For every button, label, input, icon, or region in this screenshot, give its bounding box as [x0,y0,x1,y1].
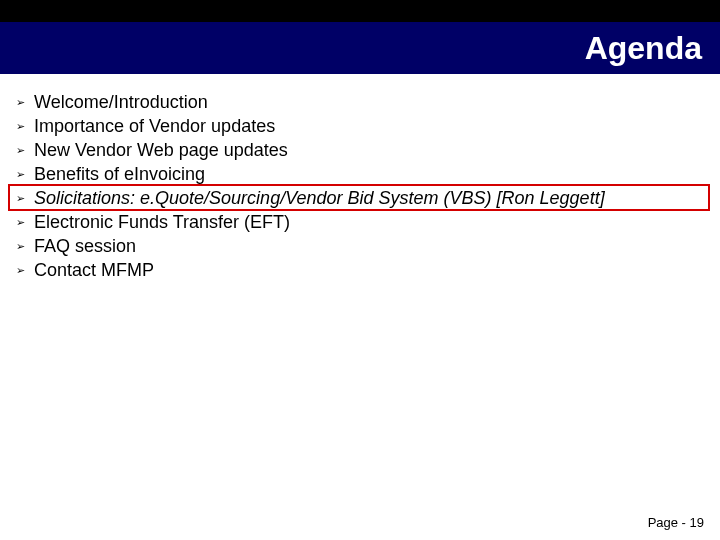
title-bar: Agenda [0,22,720,74]
bullet-text: New Vendor Web page updates [34,140,288,161]
list-item: ➢ Contact MFMP [14,258,706,282]
bullet-text: Contact MFMP [34,260,154,281]
list-item: ➢ Welcome/Introduction [14,90,706,114]
chevron-right-icon: ➢ [14,240,34,253]
chevron-right-icon: ➢ [14,120,34,133]
chevron-right-icon: ➢ [14,168,34,181]
chevron-right-icon: ➢ [14,144,34,157]
slide-title: Agenda [585,30,702,67]
chevron-right-icon: ➢ [14,264,34,277]
chevron-right-icon: ➢ [14,216,34,229]
list-item: ➢ Solicitations: e.Quote/Sourcing/Vendor… [14,186,706,210]
bullet-text: Welcome/Introduction [34,92,208,113]
bullet-text: Importance of Vendor updates [34,116,275,137]
bullet-text: Electronic Funds Transfer (EFT) [34,212,290,233]
slide: Agenda ➢ Welcome/Introduction ➢ Importan… [0,0,720,540]
chevron-right-icon: ➢ [14,96,34,109]
list-item: ➢ Electronic Funds Transfer (EFT) [14,210,706,234]
bullet-text: Benefits of eInvoicing [34,164,205,185]
chevron-right-icon: ➢ [14,192,34,205]
list-item: ➢ Benefits of eInvoicing [14,162,706,186]
list-item: ➢ FAQ session [14,234,706,258]
content-area: ➢ Welcome/Introduction ➢ Importance of V… [14,90,706,282]
page-number: Page - 19 [648,515,704,530]
list-item: ➢ Importance of Vendor updates [14,114,706,138]
list-item: ➢ New Vendor Web page updates [14,138,706,162]
top-black-strip [0,0,720,22]
bullet-text: Solicitations: e.Quote/Sourcing/Vendor B… [34,188,605,209]
bullet-text: FAQ session [34,236,136,257]
